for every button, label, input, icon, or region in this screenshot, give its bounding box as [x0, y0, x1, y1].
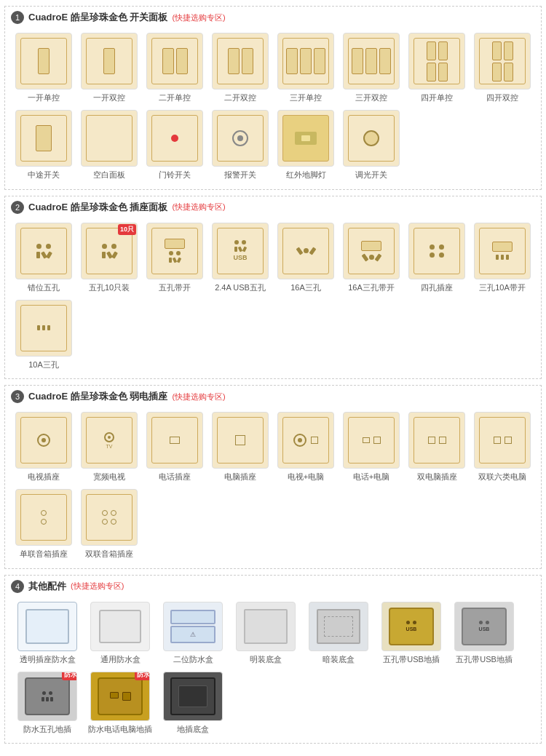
item-img-1-1 — [15, 33, 72, 89]
item-img-4-2 — [90, 602, 150, 651]
item-img-2-4: USB — [212, 223, 269, 279]
item-img-4-1 — [17, 602, 77, 651]
item-img-1-11 — [146, 110, 203, 167]
item-2-3[interactable]: 五孔带开 — [143, 223, 206, 293]
item-3-1[interactable]: 电视插座 — [12, 412, 75, 482]
item-img-2-8 — [474, 223, 531, 279]
item-label-1-10: 空白面板 — [93, 170, 125, 180]
item-1-5[interactable]: 三开单控 — [274, 33, 337, 103]
item-img-1-10 — [81, 110, 138, 167]
item-4-4[interactable]: 明装底盒 — [231, 602, 301, 664]
section-2-subtitle: (快捷选购专区) — [172, 202, 225, 212]
item-img-3-10 — [81, 489, 138, 546]
item-2-1[interactable]: 错位五孔 — [12, 223, 75, 293]
item-4-8[interactable]: 防水 — [12, 672, 82, 734]
item-3-8[interactable]: 双联六类电脑 — [471, 412, 534, 482]
item-3-3[interactable]: 电话插座 — [143, 412, 206, 482]
item-4-6[interactable]: USB 五孔带USB地插 — [376, 602, 446, 664]
item-label-1-14: 调光开关 — [355, 170, 387, 180]
item-3-2[interactable]: TV 宽频电视 — [78, 412, 141, 482]
item-1-2[interactable]: 一开双控 — [78, 33, 141, 103]
section-1-subtitle: (快捷选购专区) — [172, 12, 225, 23]
item-img-3-5 — [277, 412, 334, 469]
section-1-number: 1 — [11, 11, 24, 24]
section-3-grid: 电视插座 TV 宽频电视 — [11, 409, 535, 564]
item-img-4-10 — [163, 672, 223, 721]
item-2-5[interactable]: 16A三孔 — [274, 223, 337, 293]
item-4-5[interactable]: 暗装底盒 — [304, 602, 373, 664]
item-img-3-7 — [408, 412, 465, 469]
item-img-4-6: USB — [381, 602, 441, 651]
item-2-7[interactable]: 四孔插座 — [405, 223, 468, 293]
section-1-header: 1 CuadroE 皓呈珍珠金色 开关面板 (快捷选购专区) — [11, 11, 535, 24]
item-4-2[interactable]: 通用防水盒 — [85, 602, 155, 664]
section-4-grid-2: 防水 — [11, 669, 535, 739]
item-label-3-6: 电话+电脑 — [353, 471, 389, 482]
item-2-2[interactable]: 10只 — [78, 223, 141, 293]
item-img-2-9 — [15, 300, 72, 357]
section-4-header: 4 其他配件 (快捷选购专区) — [11, 580, 535, 593]
item-1-9[interactable]: 中途开关 — [12, 110, 75, 180]
item-3-10[interactable]: 双联音箱插座 — [78, 489, 141, 559]
item-4-7[interactable]: USB 五孔带USB地插 — [449, 602, 519, 664]
item-2-6[interactable]: 16A三孔带开 — [340, 223, 403, 293]
section-2-title: CuadroE 皓呈珍珠金色 插座面板 — [28, 201, 167, 214]
item-2-8[interactable]: 三孔10A带开 — [471, 223, 534, 293]
item-img-1-4 — [212, 33, 269, 89]
item-1-6[interactable]: 三开双控 — [340, 33, 403, 103]
item-4-10[interactable]: 地插底盒 — [158, 672, 228, 734]
item-2-4[interactable]: USB 2.4A USB五孔 — [209, 223, 272, 293]
item-1-4[interactable]: 二开双控 — [209, 33, 272, 103]
item-4-1[interactable]: 透明插座防水盒 — [12, 602, 82, 664]
item-3-5[interactable]: 电视+电脑 — [274, 412, 337, 482]
section-2: 2 CuadroE 皓呈珍珠金色 插座面板 (快捷选购专区) — [4, 196, 542, 380]
item-3-7[interactable]: 双电脑插座 — [405, 412, 468, 482]
item-3-4[interactable]: 电脑插座 — [209, 412, 272, 482]
item-label-1-3: 二开单控 — [159, 92, 191, 103]
item-label-1-12: 报警开关 — [224, 170, 256, 180]
item-1-8[interactable]: 四开双控 — [471, 33, 534, 103]
item-label-3-10: 双联音箱插座 — [85, 549, 133, 559]
item-1-3[interactable]: 二开单控 — [143, 33, 206, 103]
item-1-1[interactable]: 一开单控 — [12, 33, 75, 103]
item-label-2-8: 三孔10A带开 — [479, 282, 526, 293]
item-1-10[interactable]: 空白面板 — [78, 110, 141, 180]
item-label-1-4: 二开双控 — [224, 92, 256, 103]
item-label-1-13: 红外地脚灯 — [286, 170, 326, 180]
item-1-13[interactable]: 红外地脚灯 — [274, 110, 337, 180]
item-4-9[interactable]: 防水 防水电话电脑地插 — [85, 672, 155, 734]
section-2-number: 2 — [11, 201, 24, 214]
item-label-4-1: 透明插座防水盒 — [20, 654, 76, 664]
item-img-2-6 — [343, 223, 400, 279]
item-1-14[interactable]: 调光开关 — [340, 110, 403, 180]
item-1-7[interactable]: 四开单控 — [405, 33, 468, 103]
section-3-subtitle: (快捷选购专区) — [172, 391, 225, 402]
section-4: 4 其他配件 (快捷选购专区) 透明插座防水盒 通用防水盒 — [4, 575, 542, 744]
item-label-2-5: 16A三孔 — [290, 282, 321, 293]
section-4-title: 其他配件 — [28, 580, 66, 593]
item-3-9[interactable]: 单联音箱插座 — [12, 489, 75, 559]
item-1-12[interactable]: 报警开关 — [209, 110, 272, 180]
item-img-1-13 — [277, 110, 334, 167]
item-label-2-3: 五孔带开 — [159, 282, 191, 293]
item-3-6[interactable]: 电话+电脑 — [340, 412, 403, 482]
item-img-3-1 — [15, 412, 72, 469]
item-img-4-4 — [236, 602, 296, 651]
item-img-3-6 — [343, 412, 400, 469]
item-img-1-6 — [343, 33, 400, 89]
item-label-4-9: 防水电话电脑地插 — [88, 724, 152, 734]
item-img-4-7: USB — [454, 602, 514, 651]
item-1-11[interactable]: 门铃开关 — [143, 110, 206, 180]
item-2-9[interactable]: 10A三孔 — [12, 300, 75, 370]
item-label-1-6: 三开双控 — [355, 92, 387, 103]
section-1-grid: 一开单控 一开双控 — [11, 30, 535, 185]
item-img-2-5 — [277, 223, 334, 279]
item-img-3-8 — [474, 412, 531, 469]
item-4-3[interactable]: ⚠ 二位防水盒 — [158, 602, 228, 664]
section-3: 3 CuadroE 皓呈珍珠金色 弱电插座 (快捷选购专区) 电视插座 — [4, 385, 542, 569]
item-img-1-14 — [343, 110, 400, 167]
item-label-2-2: 五孔10只装 — [89, 282, 130, 293]
section-4-number: 4 — [11, 580, 24, 593]
item-label-3-4: 电脑插座 — [224, 471, 256, 482]
item-img-3-2: TV — [81, 412, 138, 469]
